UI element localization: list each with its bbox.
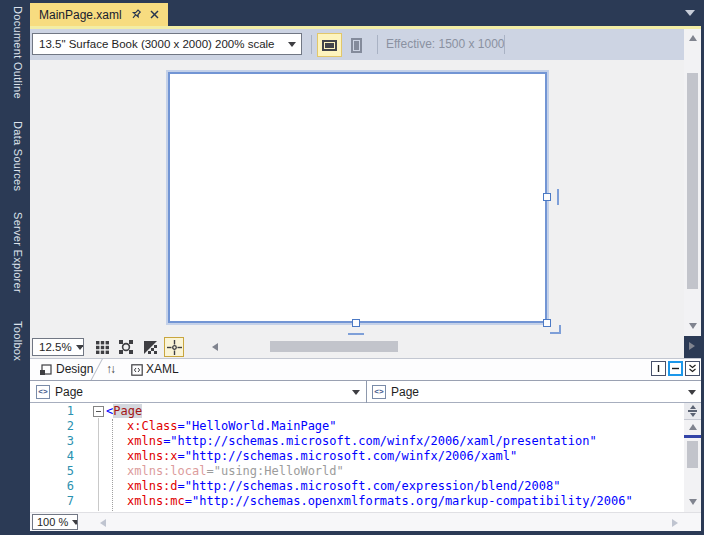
editor-split-handle[interactable]	[684, 403, 701, 420]
collapse-region-icon[interactable]	[93, 406, 104, 417]
show-snap-grid-icon[interactable]	[94, 339, 110, 355]
dropdown-arrow-icon	[72, 520, 78, 525]
xaml-code-editor[interactable]: 1234567 <Pagex:Class="HelloWorld.MainPag…	[30, 403, 684, 512]
code-token: xmlns:x	[127, 449, 178, 463]
scrollbar-thumb[interactable]	[687, 441, 698, 468]
sidebar-tab-label: Server Explorer	[12, 212, 24, 293]
code-token: Page	[113, 404, 142, 418]
line-number: 4	[30, 449, 74, 464]
toolbar-separator	[377, 35, 378, 54]
sidebar-tab-label: Data Sources	[12, 121, 24, 191]
code-token: xmlns:mc	[127, 494, 185, 508]
horizontal-split-button[interactable]	[668, 361, 683, 376]
line-number: 6	[30, 479, 74, 494]
scroll-right-arrow-icon[interactable]	[689, 342, 695, 350]
page-artboard[interactable]	[168, 72, 547, 323]
element-selector-right[interactable]: Page	[391, 385, 419, 399]
xaml-element-icon: <>	[36, 385, 50, 399]
code-token: xmlns	[127, 434, 163, 448]
scroll-down-arrow-icon[interactable]	[689, 499, 697, 505]
code-line[interactable]: xmlns:mc="http://schemas.openxmlformats.…	[106, 494, 633, 509]
dropdown-arrow-icon[interactable]	[688, 390, 696, 395]
scrollbar-thumb[interactable]	[270, 341, 398, 352]
snapline-corner-tick	[550, 325, 561, 334]
code-area[interactable]: <Pagex:Class="HelloWorld.MainPage"xmlns=…	[106, 404, 633, 509]
resize-handle-bottom[interactable]	[352, 319, 360, 327]
scroll-right-arrow-icon[interactable]	[672, 519, 678, 527]
caret-position-marker	[684, 435, 701, 438]
scroll-up-arrow-icon[interactable]	[689, 424, 697, 430]
design-view-icon	[40, 364, 52, 376]
toolbar-separator	[311, 35, 312, 54]
portrait-icon	[351, 38, 362, 53]
resize-handle-right[interactable]	[543, 193, 551, 201]
swap-panes-icon[interactable]: ↑↓	[106, 362, 114, 376]
code-token: =	[178, 479, 185, 493]
code-token: xmlns:d	[127, 479, 178, 493]
xaml-view-icon	[131, 364, 143, 376]
tab-design[interactable]: Design	[56, 362, 93, 376]
designer-zoom-bar: 12.5%	[30, 336, 684, 358]
code-line[interactable]: xmlns="http://schemas.microsoft.com/winf…	[106, 434, 633, 449]
snapline-tick-horizontal	[348, 333, 364, 335]
snap-to-gridlines-icon[interactable]	[118, 339, 134, 355]
line-number: 1	[30, 404, 74, 419]
code-token: x:Class	[127, 419, 178, 433]
close-icon[interactable]	[150, 10, 159, 19]
code-token: "http://schemas.microsoft.com/winfx/2006…	[185, 449, 517, 463]
dropdown-arrow-icon	[76, 345, 84, 350]
toolbar-separator	[504, 35, 505, 54]
scroll-left-arrow-icon[interactable]	[212, 343, 218, 351]
designer-zoom-value: 12.5%	[33, 341, 72, 353]
code-line[interactable]: xmlns:x="http://schemas.microsoft.com/wi…	[106, 449, 633, 464]
editor-zoom-dropdown[interactable]: 100 %	[32, 514, 78, 530]
vertical-split-button[interactable]	[651, 361, 666, 376]
code-token: =	[178, 449, 185, 463]
code-token: "using:HelloWorld"	[214, 464, 344, 478]
xaml-element-icon: <>	[372, 385, 386, 399]
element-navigator-row: <> Page <> Page	[30, 380, 701, 403]
document-list-chevron-icon[interactable]	[685, 10, 695, 16]
code-line[interactable]: xmlns:d="http://schemas.microsoft.com/ex…	[106, 479, 633, 494]
code-line[interactable]: <Page	[106, 404, 633, 419]
editor-status-bar: 100 %	[30, 512, 701, 531]
code-token: "HelloWorld.MainPage"	[185, 419, 337, 433]
line-number: 7	[30, 494, 74, 509]
pin-icon[interactable]	[128, 7, 143, 22]
snap-to-snaplines-icon[interactable]	[164, 337, 184, 357]
code-line[interactable]: x:Class="HelloWorld.MainPage"	[106, 419, 633, 434]
outline-connector-line	[98, 418, 99, 511]
dropdown-arrow-icon	[288, 42, 296, 47]
device-selector-dropdown[interactable]: 13.5" Surface Book (3000 x 2000) 200% sc…	[32, 33, 302, 55]
scroll-down-arrow-icon[interactable]	[689, 323, 697, 329]
line-number: 3	[30, 434, 74, 449]
line-number: 2	[30, 419, 74, 434]
element-selector-left[interactable]: Page	[55, 385, 83, 399]
view-switcher-bar: Design ↑↓ XAML	[30, 358, 701, 380]
tab-xaml[interactable]: XAML	[146, 362, 179, 376]
code-token: "http://schemas.openxmlformats.org/marku…	[192, 494, 633, 508]
toggle-artboard-background-icon[interactable]	[142, 339, 158, 355]
snapline-tick-vertical	[557, 189, 559, 205]
document-tab-title: MainPage.xaml	[39, 8, 122, 22]
designer-vertical-scrollbar[interactable]	[684, 29, 701, 336]
line-number: 5	[30, 464, 74, 479]
code-token: "http://schemas.microsoft.com/expression…	[185, 479, 561, 493]
scroll-up-arrow-icon[interactable]	[689, 35, 697, 41]
design-surface[interactable]	[30, 60, 684, 336]
landscape-orientation-button[interactable]	[317, 33, 342, 57]
line-number-gutter: 1234567	[30, 404, 74, 509]
portrait-orientation-button[interactable]	[344, 33, 369, 57]
device-selector-value: 13.5" Surface Book (3000 x 2000) 200% sc…	[33, 38, 284, 50]
document-tab[interactable]: MainPage.xaml	[30, 3, 168, 26]
sidebar-tab-label: Document Outline	[12, 6, 24, 99]
collapse-pane-button[interactable]	[685, 361, 700, 376]
scrollbar-thumb[interactable]	[687, 73, 698, 289]
dropdown-arrow-icon[interactable]	[352, 390, 360, 395]
code-token: =	[185, 494, 192, 508]
editor-zoom-value: 100 %	[33, 516, 68, 528]
code-line[interactable]: xmlns:local="using:HelloWorld"	[106, 464, 633, 479]
landscape-icon	[322, 40, 337, 51]
scroll-left-arrow-icon[interactable]	[100, 519, 106, 527]
designer-zoom-dropdown[interactable]: 12.5%	[32, 338, 84, 356]
